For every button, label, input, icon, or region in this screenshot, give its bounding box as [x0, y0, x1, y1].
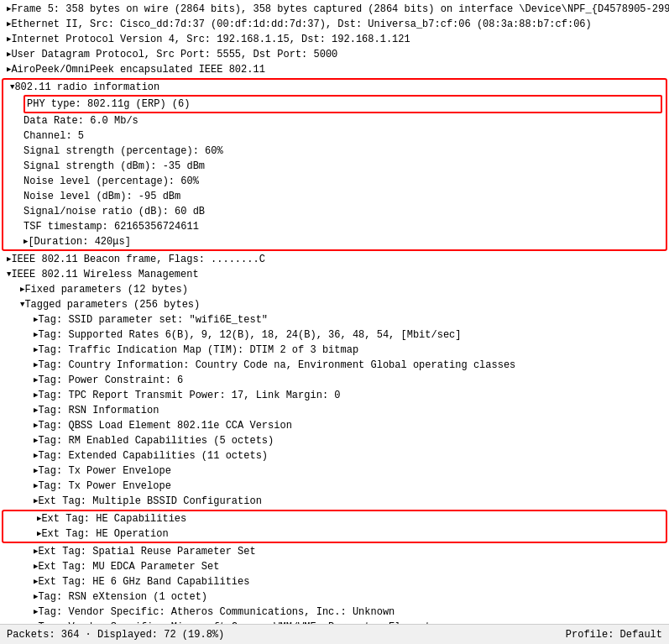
item-text: Noise level (percentage): 60%	[24, 174, 662, 189]
tree-item-rm_cap[interactable]: ▶ Tag: RM Enabled Capabilities (5 octets…	[0, 433, 669, 448]
tree-item-ssid[interactable]: ▶ Tag: SSID parameter set: "wifi6E_test"	[0, 312, 669, 327]
tree-item-multi_bssid[interactable]: ▶ Ext Tag: Multiple BSSID Configuration	[0, 494, 669, 509]
item-text: PHY type: 802.11g (ERP) (6)	[24, 95, 662, 113]
item-text: Tag: RM Enabled Capabilities (5 octets)	[38, 433, 666, 448]
item-text: TSF timestamp: 62165356724611	[24, 219, 662, 234]
item-text: Tag: Tx Power Envelope	[38, 479, 666, 494]
item-text: 802.11 radio information	[14, 80, 662, 95]
tree-item-tim[interactable]: ▶ Tag: Traffic Indication Map (TIM): DTI…	[0, 343, 669, 358]
tree-item-ext_cap[interactable]: ▶ Tag: Extended Capabilities (11 octets)	[0, 448, 669, 463]
item-text: Tag: Supported Rates 6(B), 9, 12(B), 18,…	[38, 327, 666, 343]
item-text: IEEE 802.11 Wireless Management	[11, 267, 666, 282]
item-text: Ext Tag: Multiple BSSID Configuration	[38, 494, 666, 509]
tree-item-udp[interactable]: ▶ User Datagram Protocol, Src Port: 5555…	[0, 47, 669, 62]
item-text: Signal strength (percentage): 60%	[24, 144, 662, 159]
item-text: Ext Tag: HE Operation	[41, 526, 662, 542]
tree-item-tsf[interactable]: TSF timestamp: 62165356724611	[3, 219, 666, 234]
item-text: Tag: Vendor Specific: Atheros Communicat…	[38, 605, 666, 620]
tree-item-tx_power1[interactable]: ▶ Tag: Tx Power Envelope	[0, 463, 669, 479]
item-text: Tag: SSID parameter set: "wifi6E_test"	[38, 312, 666, 327]
tree-item-datarate[interactable]: Data Rate: 6.0 Mb/s	[3, 113, 666, 128]
item-text: Fixed parameters (12 bytes)	[24, 282, 666, 297]
tree-item-spatial_reuse[interactable]: ▶ Ext Tag: Spatial Reuse Parameter Set	[0, 544, 669, 559]
item-text: Tagged parameters (256 bytes)	[24, 297, 666, 312]
item-text: Tag: Tx Power Envelope	[38, 463, 666, 479]
item-text: IEEE 802.11 Beacon frame, Flags: .......…	[11, 252, 666, 267]
item-text: Tag: Extended Capabilities (11 octets)	[38, 448, 666, 463]
status-bar: Packets: 364 · Displayed: 72 (19.8%) Pro…	[0, 624, 669, 644]
tree-item-phy[interactable]: PHY type: 802.11g (ERP) (6)	[3, 95, 666, 113]
tree-item-country[interactable]: ▶ Tag: Country Information: Country Code…	[0, 358, 669, 373]
tree-item-ethernet[interactable]: ▶ Ethernet II, Src: Cisco_dd:7d:37 (00:d…	[0, 17, 669, 32]
item-text: Internet Protocol Version 4, Src: 192.16…	[11, 32, 666, 47]
item-text: Tag: RSN Information	[38, 403, 666, 418]
item-text: Noise level (dBm): -95 dBm	[24, 189, 662, 204]
item-text: Tag: QBSS Load Element 802.11e CCA Versi…	[38, 418, 666, 433]
tree-item-rsn_ext[interactable]: ▶ Tag: RSN eXtension (1 octet)	[0, 589, 669, 605]
item-text: Tag: Country Information: Country Code n…	[38, 358, 666, 373]
tree-item-tpc[interactable]: ▶ Tag: TPC Report Transmit Power: 17, Li…	[0, 388, 669, 403]
item-text: Tag: TPC Report Transmit Power: 17, Link…	[38, 388, 666, 403]
item-text: Data Rate: 6.0 Mb/s	[24, 113, 662, 128]
tree-item-snr[interactable]: Signal/noise ratio (dB): 60 dB	[3, 204, 666, 219]
item-text: Channel: 5	[24, 128, 662, 144]
tree-item-rsn[interactable]: ▶ Tag: RSN Information	[0, 403, 669, 418]
item-text: Ext Tag: MU EDCA Parameter Set	[38, 559, 666, 574]
tree-item-power_constraint[interactable]: ▶ Tag: Power Constraint: 6	[0, 373, 669, 388]
item-text: Frame 5: 358 bytes on wire (2864 bits), …	[11, 2, 669, 17]
tree-item-radio_section[interactable]: ▼ 802.11 radio information	[3, 80, 666, 95]
tree-item-he_cap[interactable]: ▶ Ext Tag: HE Capabilities	[3, 511, 666, 526]
tree-item-mu_edca[interactable]: ▶ Ext Tag: MU EDCA Parameter Set	[0, 559, 669, 574]
tree-item-tx_power2[interactable]: ▶ Tag: Tx Power Envelope	[0, 479, 669, 494]
item-text: Tag: RSN eXtension (1 octet)	[38, 589, 666, 605]
status-profile: Profile: Default	[566, 629, 662, 641]
status-packets: Packets: 364 · Displayed: 72 (19.8%)	[7, 629, 224, 641]
item-text: Ext Tag: HE Capabilities	[41, 511, 662, 526]
tree-item-he_op[interactable]: ▶ Ext Tag: HE Operation	[3, 526, 666, 542]
tree-item-fixed_params[interactable]: ▶ Fixed parameters (12 bytes)	[0, 282, 669, 297]
tree-item-tagged_params[interactable]: ▼ Tagged parameters (256 bytes)	[0, 297, 669, 312]
tree-item-supported_rates[interactable]: ▶ Tag: Supported Rates 6(B), 9, 12(B), 1…	[0, 327, 669, 343]
group-box: ▶ Ext Tag: HE Capabilities▶ Ext Tag: HE …	[2, 510, 667, 543]
tree-item-vendor_atheros[interactable]: ▶ Tag: Vendor Specific: Atheros Communic…	[0, 605, 669, 620]
group-box: ▼ 802.11 radio information PHY type: 802…	[2, 78, 667, 251]
item-text: Signal strength (dBm): -35 dBm	[24, 159, 662, 174]
tree-item-beacon_frame[interactable]: ▶ IEEE 802.11 Beacon frame, Flags: .....…	[0, 252, 669, 267]
tree-item-airopeek[interactable]: ▶ AiroPeek/OmniPeek encapsulated IEEE 80…	[0, 62, 669, 77]
tree-item-frame[interactable]: ▶ Frame 5: 358 bytes on wire (2864 bits)…	[0, 2, 669, 17]
item-text: Ethernet II, Src: Cisco_dd:7d:37 (00:df:…	[11, 17, 666, 32]
item-text: Tag: Power Constraint: 6	[38, 373, 666, 388]
item-text: AiroPeek/OmniPeek encapsulated IEEE 802.…	[11, 62, 666, 77]
item-text: Signal/noise ratio (dB): 60 dB	[24, 204, 662, 219]
tree-item-he_6ghz[interactable]: ▶ Ext Tag: HE 6 GHz Band Capabilities	[0, 574, 669, 589]
item-text: [Duration: 420μs]	[28, 234, 662, 249]
tree-item-sig_pct[interactable]: Signal strength (percentage): 60%	[3, 144, 666, 159]
tree-item-wireless_mgmt[interactable]: ▼ IEEE 802.11 Wireless Management	[0, 267, 669, 282]
tree-item-noise_dbm[interactable]: Noise level (dBm): -95 dBm	[3, 189, 666, 204]
tree-item-ip[interactable]: ▶ Internet Protocol Version 4, Src: 192.…	[0, 32, 669, 47]
item-text: Ext Tag: HE 6 GHz Band Capabilities	[38, 574, 666, 589]
tree-item-qbss[interactable]: ▶ Tag: QBSS Load Element 802.11e CCA Ver…	[0, 418, 669, 433]
tree-item-sig_dbm[interactable]: Signal strength (dBm): -35 dBm	[3, 159, 666, 174]
tree-item-duration[interactable]: ▶ [Duration: 420μs]	[3, 234, 666, 249]
packet-tree[interactable]: ▶ Frame 5: 358 bytes on wire (2864 bits)…	[0, 0, 669, 624]
item-text: User Datagram Protocol, Src Port: 5555, …	[11, 47, 666, 62]
tree-item-channel[interactable]: Channel: 5	[3, 128, 666, 144]
item-text: Tag: Traffic Indication Map (TIM): DTIM …	[38, 343, 666, 358]
item-text: Ext Tag: Spatial Reuse Parameter Set	[38, 544, 666, 559]
tree-item-noise_pct[interactable]: Noise level (percentage): 60%	[3, 174, 666, 189]
